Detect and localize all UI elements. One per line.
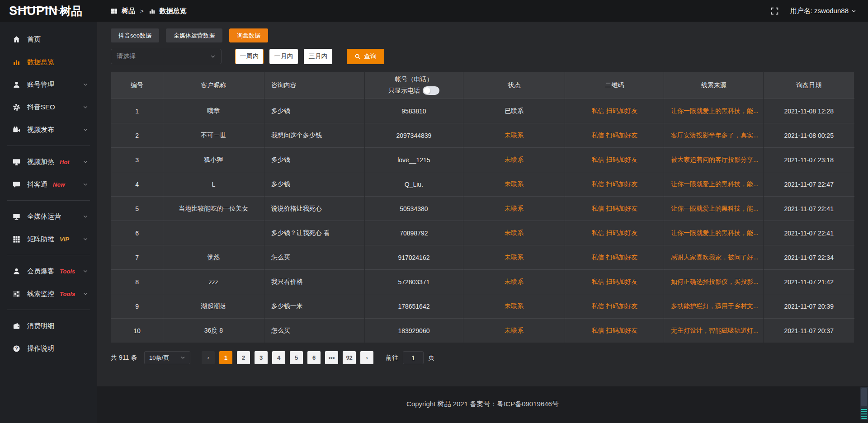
chevron-down-icon bbox=[83, 268, 88, 274]
sidebar-item-label: 视频加热 bbox=[27, 158, 54, 166]
cell-no: 7 bbox=[111, 245, 163, 270]
cell-date: 2021-11-07 22:47 bbox=[764, 172, 854, 197]
chat-widget[interactable] bbox=[860, 387, 868, 420]
sidebar-item-douyin-seo[interactable]: 抖音SEO bbox=[0, 96, 97, 118]
cell-content: 我想问这个多少钱 bbox=[264, 123, 364, 148]
app-logo[interactable]: SHUPIN 树品 bbox=[0, 5, 97, 17]
source-link[interactable]: 让你一眼就爱上的黑科技，能... bbox=[664, 99, 764, 123]
table-row: 5当地比较能吃的一位美女说说价格让我死心50534380未联系私信 扫码加好友让… bbox=[111, 197, 854, 221]
status-badge: 已联系 bbox=[463, 99, 565, 123]
page-button-6[interactable]: 6 bbox=[307, 351, 321, 364]
source-link[interactable]: 让你一眼就爱上的黑科技，能... bbox=[664, 221, 764, 245]
page-button-4[interactable]: 4 bbox=[272, 351, 285, 364]
cell-no: 1 bbox=[111, 99, 163, 123]
page-ellipsis[interactable]: ••• bbox=[325, 351, 338, 364]
period-button-month[interactable]: 一月内 bbox=[269, 49, 298, 64]
qrcode-link[interactable]: 私信 扫码加好友 bbox=[565, 197, 664, 221]
sidebar-item-video-publish[interactable]: 视频发布 bbox=[0, 118, 97, 141]
qrcode-link[interactable]: 私信 扫码加好友 bbox=[565, 123, 664, 148]
sidebar-divider bbox=[7, 146, 90, 146]
user-menu[interactable]: 用户名: zswodun88 bbox=[790, 7, 856, 15]
footer: Copyright 树品 2021 备案号：粤ICP备09019646号 bbox=[97, 386, 868, 423]
chevron-down-icon bbox=[180, 355, 185, 360]
sidebar-item-consume-detail[interactable]: 消费明细 bbox=[0, 315, 97, 337]
qrcode-link[interactable]: 私信 扫码加好友 bbox=[565, 245, 664, 270]
cell-nickname: 不可一世 bbox=[163, 123, 264, 148]
period-button-quarter[interactable]: 三月内 bbox=[304, 49, 332, 64]
sidebar-item-matrix-boost[interactable]: 矩阵助推VIP bbox=[0, 228, 97, 250]
fullscreen-icon[interactable] bbox=[771, 7, 778, 15]
cell-nickname: 哦章 bbox=[163, 99, 264, 123]
topbar-right: 用户名: zswodun88 bbox=[771, 7, 868, 15]
cell-nickname: L bbox=[163, 172, 264, 197]
col-account-title: 帐号（电话） bbox=[365, 75, 463, 84]
table-row: 9湖起潮落多少钱一米178651642未联系私信 扫码加好友多功能护栏灯，适用于… bbox=[111, 294, 854, 319]
qrcode-link[interactable]: 私信 扫码加好友 bbox=[565, 319, 664, 343]
chevron-down-icon bbox=[83, 82, 88, 87]
sidebar-item-label: 矩阵助推 bbox=[27, 235, 54, 244]
page-button-3[interactable]: 3 bbox=[255, 351, 268, 364]
sidebar-item-label: 全媒体运营 bbox=[27, 212, 61, 221]
inquiry-table: 编号 客户昵称 咨询内容 帐号（电话） 只显示电话 状态 二维码 线索来源 bbox=[111, 71, 854, 343]
status-badge: 未联系 bbox=[463, 221, 565, 245]
sidebar-item-member-baoke[interactable]: 会员爆客Tools bbox=[0, 260, 97, 282]
sidebar-item-data-overview[interactable]: 数据总览 bbox=[0, 51, 97, 73]
sidebar-item-doukotong[interactable]: 抖客通New bbox=[0, 173, 97, 196]
page-button-1[interactable]: 1 bbox=[219, 351, 232, 364]
col-content: 咨询内容 bbox=[264, 72, 364, 99]
sidebar-item-clue-monitor[interactable]: 线索监控Tools bbox=[0, 282, 97, 305]
svg-text:?: ? bbox=[15, 346, 18, 351]
status-badge: 未联系 bbox=[463, 319, 565, 343]
next-page-button[interactable]: › bbox=[360, 351, 373, 364]
source-link[interactable]: 让你一眼就爱上的黑科技，能... bbox=[664, 197, 764, 221]
sidebar-item-home[interactable]: 首页 bbox=[0, 28, 97, 51]
cell-content: 我只看价格 bbox=[264, 270, 364, 294]
status-badge: 未联系 bbox=[463, 197, 565, 221]
cell-content: 多少钱 bbox=[264, 172, 364, 197]
source-link[interactable]: 如何正确选择投影仪，买投影... bbox=[664, 270, 764, 294]
phone-only-toggle[interactable] bbox=[423, 86, 439, 95]
qrcode-link[interactable]: 私信 扫码加好友 bbox=[565, 148, 664, 172]
cell-date: 2021-11-07 23:18 bbox=[764, 148, 854, 172]
chevron-down-icon bbox=[210, 54, 216, 59]
status-badge: 未联系 bbox=[463, 172, 565, 197]
qrcode-link[interactable]: 私信 扫码加好友 bbox=[565, 172, 664, 197]
cell-date: 2021-11-07 21:42 bbox=[764, 270, 854, 294]
filter-select[interactable]: 请选择 bbox=[111, 49, 222, 64]
tab-inquiry-data[interactable]: 询盘数据 bbox=[229, 28, 268, 42]
qrcode-link[interactable]: 私信 扫码加好友 bbox=[565, 270, 664, 294]
period-button-week[interactable]: 一周内 bbox=[235, 49, 264, 64]
cell-nickname: 湖起潮落 bbox=[163, 294, 264, 319]
page-size-select[interactable]: 10条/页 bbox=[144, 351, 190, 364]
page-button-92[interactable]: 92 bbox=[343, 351, 356, 364]
goto-page-input[interactable] bbox=[403, 351, 424, 364]
status-badge: 未联系 bbox=[463, 148, 565, 172]
period-button-group: 一周内一月内三月内 bbox=[235, 49, 332, 64]
search-button[interactable]: 查询 bbox=[347, 49, 384, 64]
sidebar-item-media-ops[interactable]: 全媒体运营 bbox=[0, 205, 97, 228]
source-link[interactable]: 客厅安装投影半年多了，真实... bbox=[664, 123, 764, 148]
breadcrumb-root[interactable]: 树品 bbox=[122, 7, 135, 15]
qrcode-link[interactable]: 私信 扫码加好友 bbox=[565, 99, 664, 123]
source-link[interactable]: 多功能护栏灯，适用于乡村文... bbox=[664, 294, 764, 319]
sidebar-item-label: 会员爆客 bbox=[27, 267, 54, 276]
chevron-down-icon bbox=[83, 104, 88, 110]
sidebar-item-account-manage[interactable]: 账号管理 bbox=[0, 73, 97, 96]
page-button-5[interactable]: 5 bbox=[290, 351, 303, 364]
source-link[interactable]: 感谢大家喜欢我家，被问了好... bbox=[664, 245, 764, 270]
sidebar-item-video-heat[interactable]: 视频加热Hot bbox=[0, 150, 97, 173]
bar-chart-icon bbox=[12, 58, 20, 66]
qrcode-link[interactable]: 私信 扫码加好友 bbox=[565, 294, 664, 319]
prev-page-button[interactable]: ‹ bbox=[202, 351, 215, 364]
tab-douyin-seo-data[interactable]: 抖音seo数据 bbox=[111, 28, 159, 42]
source-link[interactable]: 被大家追着问的客厅投影分享... bbox=[664, 148, 764, 172]
sidebar-item-help[interactable]: ?操作说明 bbox=[0, 337, 97, 360]
source-link[interactable]: 无主灯设计，智能磁吸轨道灯... bbox=[664, 319, 764, 343]
source-link[interactable]: 让你一眼就爱上的黑科技，能... bbox=[664, 172, 764, 197]
sidebar-divider bbox=[7, 200, 90, 201]
qrcode-link[interactable]: 私信 扫码加好友 bbox=[565, 221, 664, 245]
cell-date: 2021-11-08 00:25 bbox=[764, 123, 854, 148]
grid-icon bbox=[12, 235, 20, 243]
tab-media-ops-data[interactable]: 全媒体运营数据 bbox=[166, 28, 222, 42]
page-button-2[interactable]: 2 bbox=[237, 351, 250, 364]
